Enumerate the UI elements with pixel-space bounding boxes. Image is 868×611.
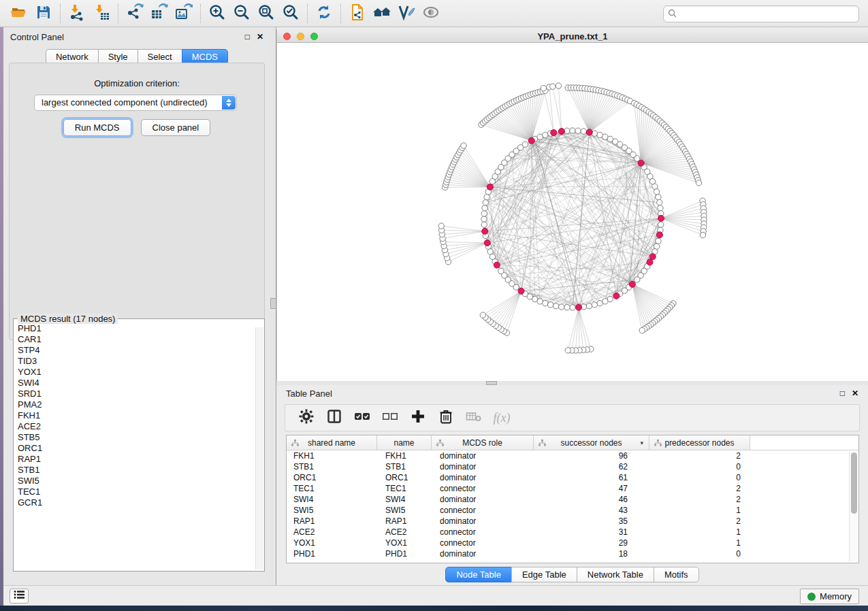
- table-row[interactable]: SWI5SWI5connector431: [287, 505, 858, 516]
- column-header-predecessor-nodes[interactable]: predecessor nodes: [649, 435, 750, 450]
- table-scrollbar[interactable]: [849, 451, 858, 562]
- export-network-button[interactable]: [123, 2, 147, 25]
- cell-name: ACE2: [377, 527, 432, 538]
- close-panel-icon[interactable]: ✕: [257, 33, 263, 41]
- export-table-button[interactable]: [147, 2, 172, 25]
- mcds-result-item[interactable]: STB5: [18, 432, 255, 443]
- close-panel-button[interactable]: Close panel: [141, 119, 211, 136]
- mcds-result-item[interactable]: CAR1: [18, 334, 255, 345]
- show-hide-panel-button[interactable]: [419, 2, 443, 25]
- cell-shared_name: TEC1: [287, 483, 377, 494]
- window-close-traffic-light[interactable]: [283, 33, 291, 40]
- network-canvas[interactable]: [276, 43, 868, 381]
- refresh-button[interactable]: [312, 2, 336, 25]
- column-header-label: name: [393, 438, 414, 448]
- open-folder-icon: [10, 3, 28, 24]
- mcds-result-list[interactable]: PHD1CAR1STP4TID3YOX1SWI4SRD1PMA2FKH1ACE2…: [18, 323, 255, 569]
- column-header-name[interactable]: name: [377, 435, 432, 450]
- table-row[interactable]: SWI4SWI4dominator462: [287, 494, 858, 505]
- add-column-button[interactable]: [409, 409, 427, 427]
- table-settings-button[interactable]: [298, 409, 315, 427]
- mcds-result-item[interactable]: STB1: [18, 465, 255, 476]
- toggle-graphics-details-button[interactable]: [394, 2, 419, 25]
- mcds-result-item[interactable]: SWI5: [18, 476, 255, 486]
- zoom-out-button[interactable]: [229, 2, 254, 25]
- scrollbar-thumb[interactable]: [851, 452, 857, 514]
- mcds-result-item[interactable]: FKH1: [18, 410, 255, 421]
- tab-node-table[interactable]: Node Table: [445, 567, 512, 582]
- search-box[interactable]: [663, 5, 859, 22]
- table-row[interactable]: ORC1ORC1dominator610: [287, 472, 858, 483]
- column-header-MCDS-role[interactable]: MCDS role: [432, 435, 534, 450]
- zoom-fit-button[interactable]: [254, 2, 278, 25]
- mcds-result-item[interactable]: PHD1: [18, 323, 255, 334]
- function-builder-button-disabled[interactable]: f(x): [493, 409, 511, 427]
- zoom-out-icon: [233, 3, 251, 24]
- import-table-button[interactable]: [89, 2, 114, 25]
- mcds-result-item[interactable]: GCR1: [18, 497, 255, 508]
- splitter-grip[interactable]: [270, 298, 276, 309]
- cell-shared_name: PHD1: [287, 548, 377, 559]
- result-list-scrollbar[interactable]: [255, 327, 263, 569]
- cell-name: SWI5: [377, 505, 432, 516]
- mcds-result-item[interactable]: SRD1: [18, 389, 255, 399]
- memory-status-dot: [807, 593, 816, 601]
- table-row[interactable]: FKH1FKH1dominator962: [287, 450, 858, 461]
- import-network-button[interactable]: [65, 2, 89, 25]
- mcds-result-item[interactable]: STP4: [18, 345, 255, 356]
- cell-successor_nodes: 18: [534, 548, 649, 559]
- select-all-button[interactable]: [353, 409, 371, 427]
- cell-name: SWI4: [377, 494, 432, 505]
- open-session-button[interactable]: [7, 2, 31, 25]
- table-row[interactable]: STB1STB1dominator620: [287, 461, 858, 472]
- cell-predecessor_nodes: 0: [649, 472, 750, 483]
- share-document-button[interactable]: [345, 2, 370, 25]
- cell-predecessor_nodes: 2: [649, 450, 750, 461]
- cell-mcds_role: dominator: [432, 472, 534, 483]
- table-row[interactable]: TEC1TEC1connector472: [287, 483, 858, 494]
- column-header-successor-nodes[interactable]: successor nodes▾: [534, 435, 649, 450]
- mcds-result-item[interactable]: TEC1: [18, 486, 255, 497]
- task-history-button[interactable]: [10, 589, 29, 604]
- float-panel-icon[interactable]: □: [245, 33, 250, 41]
- checked-boxes-icon: [354, 409, 370, 427]
- deselect-all-button[interactable]: [381, 409, 399, 427]
- memory-button[interactable]: Memory: [800, 589, 859, 604]
- node-table[interactable]: shared namenameMCDS rolesuccessor nodes▾…: [286, 435, 859, 563]
- table-row[interactable]: RAP1RAP1dominator352: [287, 516, 858, 527]
- vertical-splitter[interactable]: [270, 27, 276, 585]
- zoom-selected-button[interactable]: [278, 2, 303, 25]
- delete-table-button-disabled[interactable]: [465, 409, 483, 427]
- search-input[interactable]: [679, 10, 854, 19]
- tab-motifs[interactable]: Motifs: [654, 567, 699, 582]
- export-image-button[interactable]: [172, 2, 196, 25]
- tab-edge-table[interactable]: Edge Table: [511, 567, 577, 582]
- home-networks-button[interactable]: [370, 2, 394, 25]
- run-mcds-button[interactable]: Run MCDS: [63, 119, 131, 136]
- criterion-select[interactable]: largest connected component (undirected): [34, 95, 237, 111]
- float-panel-icon[interactable]: □: [840, 389, 845, 397]
- table-row[interactable]: PHD1PHD1dominator180: [287, 548, 858, 559]
- mcds-result-item[interactable]: PMA2: [18, 399, 255, 410]
- close-panel-icon[interactable]: ✕: [852, 389, 858, 397]
- window-minimize-traffic-light[interactable]: [297, 33, 304, 40]
- mcds-result-item[interactable]: SWI4: [18, 378, 255, 389]
- delete-column-button[interactable]: [437, 409, 455, 427]
- table-row[interactable]: YOX1YOX1connector291: [287, 538, 858, 548]
- mcds-result-item[interactable]: ACE2: [18, 421, 255, 432]
- network-window-titlebar[interactable]: YPA_prune.txt_1: [276, 30, 868, 43]
- show-columns-button[interactable]: [325, 409, 343, 427]
- table-row[interactable]: ACE2ACE2connector311: [287, 527, 858, 538]
- cell-name: YOX1: [377, 538, 432, 548]
- window-maximize-traffic-light[interactable]: [310, 33, 318, 40]
- mcds-result-item[interactable]: RAP1: [18, 454, 255, 465]
- mcds-result-item[interactable]: TID3: [18, 356, 255, 367]
- cell-shared_name: ORC1: [287, 472, 377, 483]
- mcds-result-item[interactable]: YOX1: [18, 367, 255, 378]
- zoom-in-button[interactable]: [205, 2, 229, 25]
- tab-network-table[interactable]: Network Table: [577, 567, 654, 582]
- network-graph[interactable]: [277, 43, 868, 381]
- mcds-result-item[interactable]: ORC1: [18, 443, 255, 454]
- save-session-button[interactable]: [31, 2, 56, 25]
- column-header-shared-name[interactable]: shared name: [287, 435, 377, 450]
